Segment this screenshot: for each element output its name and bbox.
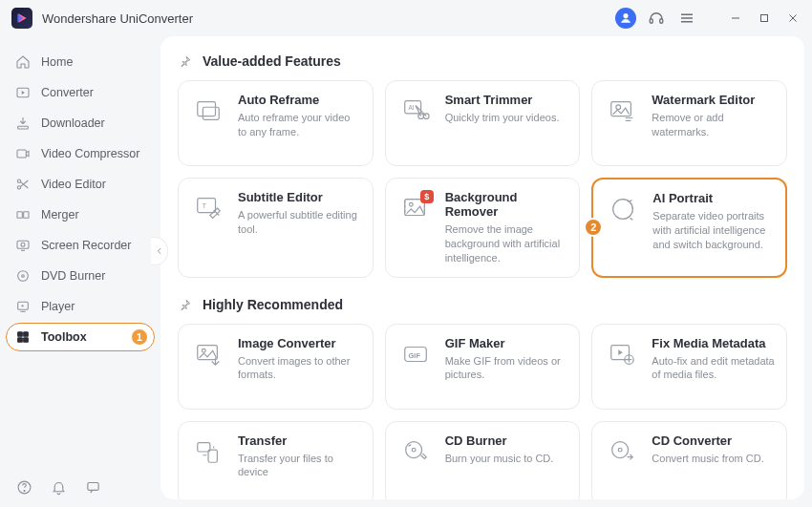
card-desc: Burn your music to CD.: [445, 452, 554, 466]
gif-icon: GIF: [399, 338, 432, 370]
sidebar-item-toolbox[interactable]: Toolbox 1: [6, 323, 155, 351]
sidebar-item-label: Home: [41, 55, 73, 69]
window-minimize[interactable]: [726, 9, 745, 28]
card-background-remover[interactable]: $ Background Remover Remove the image ba…: [385, 178, 581, 278]
card-desc: Convert music from CD.: [652, 452, 763, 466]
player-icon: [14, 299, 32, 314]
sidebar-item-dvd-burner[interactable]: DVD Burner: [6, 262, 155, 290]
svg-point-63: [619, 448, 623, 452]
title-bar: Wondershare UniConverter: [0, 0, 812, 36]
cd-burner-icon: [399, 435, 432, 468]
card-title: Smart Trimmer: [445, 93, 560, 107]
account-avatar[interactable]: [615, 8, 636, 29]
card-smart-trimmer[interactable]: AI Smart Trimmer Quickly trim your video…: [385, 80, 581, 166]
svg-point-50: [202, 349, 205, 352]
help-icon[interactable]: [15, 478, 32, 496]
pin-icon: [178, 297, 193, 312]
sidebar-item-player[interactable]: Player: [6, 292, 155, 321]
main-menu-icon[interactable]: [676, 8, 697, 29]
sidebar-bottom: [6, 473, 155, 501]
card-cd-converter[interactable]: CD Converter Convert music from CD.: [591, 421, 787, 499]
step-badge-2: 2: [584, 218, 603, 237]
sidebar-item-label: Downloader: [41, 116, 105, 130]
transfer-icon: [192, 435, 224, 468]
window-close[interactable]: [783, 9, 802, 28]
disc-icon: [14, 268, 32, 284]
sidebar-item-label: Video Editor: [41, 178, 106, 191]
svg-rect-28: [18, 338, 23, 343]
sidebar-item-home[interactable]: Home: [6, 48, 155, 76]
card-title: AI Portrait: [652, 191, 774, 205]
svg-text:T: T: [202, 201, 206, 210]
svg-marker-24: [22, 305, 25, 307]
card-title: Transfer: [238, 433, 361, 448]
svg-rect-43: [198, 199, 216, 213]
card-title: GIF Maker: [445, 336, 568, 350]
app-title: Wondershare UniConverter: [42, 11, 193, 26]
card-desc: Remove the image background with artific…: [445, 222, 568, 265]
metadata-icon: [606, 338, 638, 370]
svg-rect-1: [650, 19, 652, 24]
card-ai-portrait[interactable]: 2 AI Portrait Separate video portraits w…: [591, 178, 787, 278]
card-subtitle-editor[interactable]: T Subtitle Editor A powerful subtitle ed…: [178, 178, 374, 278]
sidebar-item-label: Screen Recorder: [41, 239, 132, 252]
recommended-grid: Image Converter Convert images to other …: [178, 324, 787, 499]
card-title: Subtitle Editor: [238, 190, 361, 204]
section-header-recommended: Highly Recommended: [178, 297, 787, 312]
price-badge: $: [420, 190, 434, 203]
card-cd-burner[interactable]: CD Burner Burn your music to CD.: [385, 421, 581, 499]
sidebar-item-screen-recorder[interactable]: Screen Recorder: [6, 231, 155, 260]
sidebar-item-label: Toolbox: [41, 330, 87, 344]
image-converter-icon: [192, 338, 224, 370]
svg-rect-27: [24, 332, 29, 337]
svg-marker-54: [619, 349, 624, 355]
pin-icon: [178, 53, 193, 69]
card-desc: Separate video portraits with artificial…: [652, 209, 774, 252]
svg-rect-17: [24, 212, 29, 219]
card-transfer[interactable]: Transfer Transfer your files to device: [178, 421, 374, 499]
card-title: Background Remover: [445, 190, 568, 219]
card-image-converter[interactable]: Image Converter Convert images to other …: [178, 324, 374, 410]
card-desc: A powerful subtitle editing tool.: [238, 208, 361, 237]
card-fix-metadata[interactable]: Fix Media Metadata Auto-fix and edit met…: [591, 324, 787, 410]
card-watermark-editor[interactable]: Watermark Editor Remove or add watermark…: [591, 80, 787, 166]
feedback-icon[interactable]: [84, 478, 101, 496]
card-gif-maker[interactable]: GIF GIF Maker Make GIF from videos or pi…: [385, 324, 581, 410]
sidebar-item-video-compressor[interactable]: Video Compressor: [6, 139, 155, 168]
card-auto-reframe[interactable]: Auto Reframe Auto reframe your video to …: [178, 80, 374, 166]
bell-icon[interactable]: [50, 478, 67, 496]
main-scroll[interactable]: Value-added Features Auto Reframe Auto r…: [178, 48, 795, 499]
card-desc: Auto-fix and edit metadata of media file…: [652, 354, 775, 383]
smart-trimmer-icon: AI: [399, 95, 432, 127]
sidebar-item-label: Merger: [41, 208, 79, 222]
svg-rect-7: [761, 15, 768, 22]
auto-reframe-icon: [192, 95, 224, 127]
section-header-value-added: Value-added Features: [178, 53, 787, 69]
headset-icon[interactable]: [646, 8, 667, 29]
card-desc: Quickly trim your videos.: [445, 111, 560, 125]
sidebar-item-downloader[interactable]: Downloader: [6, 109, 155, 137]
value-added-grid: Auto Reframe Auto reframe your video to …: [178, 80, 787, 278]
card-title: CD Burner: [445, 433, 554, 448]
watermark-icon: [606, 95, 638, 127]
sidebar-item-label: Video Compressor: [41, 147, 139, 160]
sidebar-item-converter[interactable]: Converter: [6, 78, 155, 107]
window-maximize[interactable]: [755, 9, 774, 28]
download-icon: [14, 116, 32, 131]
sidebar: Home Converter Downloader Video Compress…: [0, 36, 160, 507]
sidebar-item-merger[interactable]: Merger: [6, 201, 155, 229]
sidebar-item-label: Converter: [41, 86, 94, 99]
main-panel: Value-added Features Auto Reframe Auto r…: [160, 36, 804, 499]
svg-rect-13: [17, 150, 26, 158]
recorder-icon: [14, 238, 32, 253]
sidebar-item-video-editor[interactable]: Video Editor: [6, 170, 155, 199]
svg-point-19: [21, 243, 25, 246]
toolbox-icon: [14, 329, 32, 345]
app-logo: [11, 8, 32, 29]
card-desc: Auto reframe your video to any frame.: [238, 111, 361, 139]
card-desc: Remove or add watermarks.: [652, 111, 775, 139]
scissors-icon: [14, 177, 32, 192]
svg-rect-12: [18, 126, 29, 129]
svg-rect-18: [17, 241, 29, 248]
card-desc: Transfer your files to device: [238, 452, 361, 480]
